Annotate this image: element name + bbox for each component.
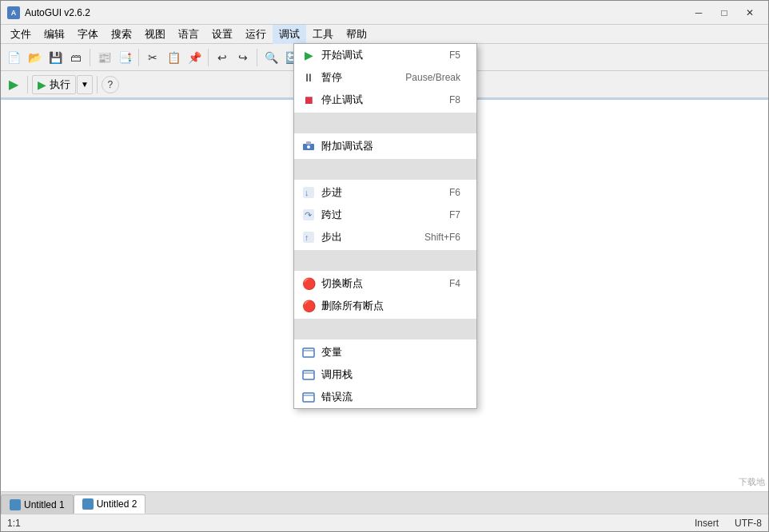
debug-delete-breakpoints-item[interactable]: 🔴 删除所有断点 — [294, 295, 476, 317]
find-button[interactable]: 🔍 — [261, 48, 281, 67]
debug-toggle-breakpoint-item[interactable]: 🔴 切换断点 F4 — [294, 272, 476, 295]
debug-stop-item[interactable]: ⏹ 停止调试 F8 — [294, 98, 476, 111]
debug-stepout-item[interactable]: ↑ 步出 Shift+F6 — [294, 226, 476, 248]
debug-callstack-label: 调用栈 — [321, 367, 460, 382]
toolbar-separator-1 — [90, 49, 90, 66]
debug-stepin-label: 步进 — [321, 185, 433, 200]
svg-text:↑: ↑ — [305, 232, 309, 242]
debug-stepover-shortcut: F7 — [449, 209, 460, 220]
menu-view[interactable]: 视图 — [138, 25, 172, 44]
menu-bar: 文件 编辑 字体 搜索 视图 语言 设置 运行 调试 工具 帮助 — [1, 25, 768, 44]
new-button[interactable]: 📄 — [4, 48, 23, 67]
execute-dropdown-button[interactable]: ▼ — [77, 75, 93, 94]
copy-button[interactable]: 📋 — [164, 48, 183, 67]
svg-rect-1 — [306, 141, 311, 145]
debug-stepin-shortcut: F6 — [449, 187, 460, 198]
edit-mode: Insert — [695, 518, 719, 529]
debug-attach-label: 附加调试器 — [321, 139, 444, 153]
debug-stop-shortcut: F8 — [449, 98, 460, 105]
tab-bar: Untitled 1 Untitled 2 — [1, 491, 768, 514]
debug-errorstream-item[interactable]: 错误流 — [294, 386, 476, 408]
svg-rect-13 — [303, 393, 314, 402]
app-icon: A — [7, 6, 20, 19]
maximize-button[interactable]: □ — [712, 5, 736, 21]
debug-variables-item[interactable]: 变量 — [294, 341, 476, 363]
help-button[interactable]: ? — [102, 76, 119, 93]
debug-sep-3 — [294, 250, 476, 271]
debug-sep-4 — [294, 319, 476, 339]
status-right: Insert UTF-8 — [695, 518, 762, 529]
paste-button[interactable]: 📌 — [185, 48, 204, 67]
menu-search[interactable]: 搜索 — [105, 25, 138, 44]
menu-tools[interactable]: 工具 — [306, 25, 340, 44]
debug-stop-icon: ⏹ — [301, 98, 317, 108]
debug-stepout-label: 步出 — [321, 230, 408, 244]
encoding: UTF-8 — [735, 518, 762, 529]
tab2-icon — [82, 498, 94, 510]
minimize-button[interactable]: ─ — [687, 5, 711, 21]
menu-edit[interactable]: 编辑 — [38, 25, 71, 44]
debug-dropdown-menu: ▶ 开始调试 F5 ⏸ 暂停 Pause/Break ⏹ 停止调试 F8 附加调… — [293, 98, 477, 409]
tab-untitled-2[interactable]: Untitled 2 — [74, 494, 146, 514]
svg-text:↓: ↓ — [305, 188, 309, 197]
debug-attach-icon — [301, 138, 317, 154]
execute-label: 执行 — [50, 77, 70, 92]
debug-toggle-breakpoint-label: 切换断点 — [321, 276, 433, 291]
toolbar2-sep — [27, 76, 28, 93]
debug-errorstream-label: 错误流 — [321, 390, 460, 404]
debug-attach-item[interactable]: 附加调试器 — [294, 135, 476, 157]
menu-file[interactable]: 文件 — [4, 25, 38, 44]
close-doc-button[interactable]: 📰 — [94, 48, 114, 67]
debug-run-button[interactable]: ▶ — [4, 75, 23, 94]
debug-stepin-icon: ↓ — [301, 185, 317, 200]
debug-delete-breakpoints-icon: 🔴 — [301, 298, 317, 314]
close-button[interactable]: ✕ — [738, 5, 762, 21]
main-area: ▶ 开始调试 F5 ⏸ 暂停 Pause/Break ⏹ 停止调试 F8 附加调… — [1, 98, 768, 491]
save-button[interactable]: 💾 — [46, 48, 65, 67]
status-bar: 1:1 Insert UTF-8 — [1, 514, 768, 531]
execute-button[interactable]: ▶ 执行 — [32, 75, 76, 94]
window-controls: ─ □ ✕ — [687, 5, 762, 21]
debug-stop-label: 停止调试 — [321, 98, 433, 107]
redo-button[interactable]: ↪ — [233, 48, 253, 67]
cut-button[interactable]: ✂ — [143, 48, 162, 67]
debug-delete-breakpoints-label: 删除所有断点 — [321, 299, 444, 313]
app-title: AutoGUI v2.6.2 — [25, 7, 687, 18]
cursor-position: 1:1 — [7, 518, 21, 529]
toolbar2-sep2 — [97, 76, 98, 93]
svg-point-2 — [307, 145, 310, 149]
toolbar-separator-3 — [208, 49, 209, 66]
execute-play-icon: ▶ — [38, 78, 46, 91]
debug-variables-label: 变量 — [321, 345, 460, 359]
debug-sep-2 — [294, 159, 476, 180]
tab1-icon — [10, 499, 21, 510]
debug-stepover-label: 跨过 — [321, 208, 433, 222]
open-button[interactable]: 📂 — [25, 48, 44, 67]
debug-sep-1 — [294, 113, 476, 133]
undo-button[interactable]: ↩ — [213, 48, 232, 67]
close-all-button[interactable]: 📑 — [115, 48, 134, 67]
svg-rect-11 — [303, 371, 314, 379]
menu-language[interactable]: 语言 — [172, 25, 205, 44]
menu-run[interactable]: 运行 — [239, 25, 273, 44]
debug-stepover-item[interactable]: ↷ 跨过 F7 — [294, 204, 476, 226]
debug-stepover-icon: ↷ — [301, 207, 317, 223]
menu-font[interactable]: 字体 — [71, 25, 105, 44]
title-bar: A AutoGUI v2.6.2 ─ □ ✕ — [1, 1, 768, 25]
tab1-label: Untitled 1 — [24, 499, 65, 510]
menu-help[interactable]: 帮助 — [340, 25, 373, 44]
watermark: 下载地 — [739, 476, 765, 488]
toolbar-separator-2 — [138, 49, 139, 66]
debug-stepin-item[interactable]: ↓ 步进 F6 — [294, 181, 476, 204]
debug-callstack-item[interactable]: 调用栈 — [294, 363, 476, 386]
execute-dropdown-icon: ▼ — [81, 80, 89, 89]
save-all-button[interactable]: 🗃 — [66, 48, 86, 67]
debug-variables-icon — [301, 344, 317, 360]
menu-debug[interactable]: 调试 — [273, 25, 306, 44]
tab-untitled-1[interactable]: Untitled 1 — [1, 494, 74, 514]
debug-stepout-icon: ↑ — [301, 229, 317, 245]
menu-settings[interactable]: 设置 — [205, 25, 239, 44]
debug-errorstream-icon — [301, 389, 317, 405]
svg-rect-9 — [303, 348, 314, 357]
tab2-label: Untitled 2 — [97, 498, 137, 510]
